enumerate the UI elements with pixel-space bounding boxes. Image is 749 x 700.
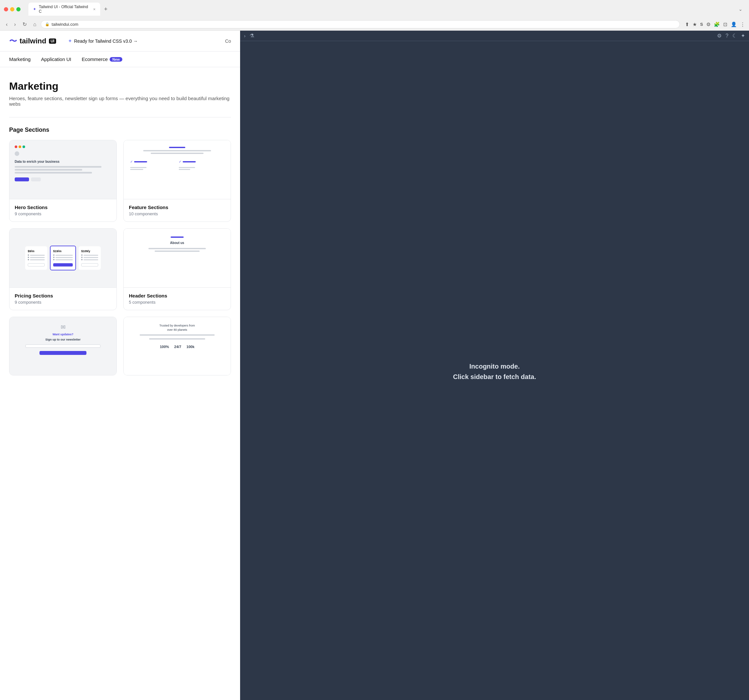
new-tab-button[interactable]: +: [101, 6, 110, 13]
stats-preview-content: Trusted by developers fromover 80 planet…: [124, 317, 231, 376]
dev-panel-help-icon[interactable]: ?: [726, 33, 728, 39]
feature-checks: ✓ ✓: [130, 160, 224, 170]
header-right: Co: [225, 38, 231, 44]
pricing-price-featured: $19/m: [53, 249, 73, 253]
preview-btns: [15, 177, 41, 181]
dev-panel-flask-icon[interactable]: ⚗: [249, 33, 254, 39]
pricing-lsm-2: [30, 257, 45, 258]
browser-collapse-icon[interactable]: ⌄: [738, 6, 743, 12]
extensions-s-icon[interactable]: S: [700, 22, 703, 27]
newsletter-tagline: Sign up to our newsletter: [45, 338, 81, 341]
pricing-lines-featured: [53, 254, 73, 260]
dev-panel-chevron-icon[interactable]: ›: [244, 33, 246, 38]
dev-panel-slack-icon[interactable]: ✦: [741, 33, 745, 39]
header-promo[interactable]: ✦ Ready for Tailwind CSS v3.0 →: [68, 38, 138, 44]
pricing-line-3: [28, 259, 45, 260]
pricing-dot-e2: [81, 257, 83, 258]
header-prev-sub-lines: [145, 248, 209, 252]
browser-tab[interactable]: ✦ Tailwind UI - Official Tailwind C ✕: [28, 3, 100, 16]
extensions-puzzle-icon[interactable]: ⚙: [706, 21, 711, 28]
pricing-dot-e1: [81, 254, 83, 256]
stats-nums: 100% 24/7 100k: [160, 345, 194, 349]
traffic-light-fullscreen[interactable]: [16, 7, 21, 11]
pricing-preview-content: $9/m: [9, 229, 116, 287]
feature-preview-content: ✓ ✓: [124, 140, 231, 199]
split-view-icon[interactable]: ⊡: [723, 21, 728, 28]
promo-star-icon: ✦: [68, 38, 72, 44]
profile-icon[interactable]: 👤: [731, 21, 737, 28]
traffic-light-close[interactable]: [4, 7, 8, 11]
tab-close-button[interactable]: ✕: [93, 8, 96, 11]
traffic-light-minimize[interactable]: [10, 7, 14, 11]
pricing-card-enterprise: $109/y: [79, 246, 101, 270]
pricing-dot-f2: [53, 257, 55, 258]
browser-nav-bar: ‹ › ↻ ⌂ 🔒 tailwindui.com ⬆ ★ S ⚙ 🧩 ⊡ 👤 ⋮: [0, 18, 749, 31]
feature-check-row-1: ✓: [130, 160, 176, 164]
card-pricing-sections-preview: $9/m: [9, 229, 116, 287]
dot-red: [15, 145, 17, 148]
pricing-line-e1: [81, 254, 98, 256]
nav-item-ecommerce-badge: New: [110, 57, 122, 62]
pricing-dot-1: [28, 254, 29, 256]
check-sub-line-2a: [179, 167, 195, 168]
card-pricing-sections[interactable]: $9/m: [9, 228, 117, 310]
pricing-price-enterprise: $109/y: [81, 249, 98, 253]
pricing-lsm-e3: [84, 259, 98, 260]
nav-item-marketing[interactable]: Marketing: [9, 52, 31, 67]
main-layout: 〜 tailwind UI ✦ Ready for Tailwind CSS v…: [0, 31, 749, 700]
forward-button[interactable]: ›: [12, 21, 18, 28]
pricing-card-featured: $19/m: [50, 246, 76, 271]
pricing-line-e2: [81, 257, 98, 258]
feature-title-line: [169, 147, 185, 148]
pricing-dot-f1: [53, 254, 55, 256]
bookmark-icon[interactable]: ★: [692, 21, 697, 28]
nav-item-ecommerce[interactable]: Ecommerce New: [81, 52, 122, 67]
dot-yellow: [18, 145, 21, 148]
card-hero-sections[interactable]: Data to enrich your business: [9, 140, 117, 222]
card-header-sections[interactable]: About us Header Sections 5 components: [123, 228, 231, 310]
feature-sub-line-1: [143, 150, 211, 151]
section-divider: [9, 117, 231, 118]
stats-line-2: [149, 338, 205, 339]
preview-circle: [15, 151, 19, 156]
dev-panel-right-icons: ⚙ ? ☾ ✦: [717, 33, 745, 39]
preview-btn-secondary: [31, 177, 41, 181]
check-line-2: [183, 161, 196, 162]
preview-line-1: [15, 166, 101, 168]
card-hero-sections-info: Hero Sections 9 components: [9, 199, 116, 222]
home-button[interactable]: ⌂: [31, 21, 38, 28]
site-logo[interactable]: 〜 tailwind UI: [9, 36, 56, 46]
card-feature-sections[interactable]: ✓ ✓: [123, 140, 231, 222]
incognito-line-1: Incognito mode.: [453, 361, 536, 371]
pricing-dot-e3: [81, 259, 83, 260]
pricing-dot-2: [28, 257, 29, 258]
website-content: 〜 tailwind UI ✦ Ready for Tailwind CSS v…: [0, 31, 240, 700]
pricing-lines-enterprise: [81, 254, 98, 260]
incognito-message: Incognito mode. Click sidebar to fetch d…: [453, 361, 536, 382]
reload-button[interactable]: ↻: [21, 21, 29, 28]
card-feature-sections-preview: ✓ ✓: [124, 140, 231, 199]
card-pricing-sections-title: Pricing Sections: [15, 293, 111, 298]
address-bar[interactable]: 🔒 tailwindui.com: [41, 20, 680, 28]
share-icon[interactable]: ⬆: [685, 21, 689, 28]
dev-panel-moon-icon[interactable]: ☾: [732, 33, 737, 39]
puzzle-icon[interactable]: 🧩: [714, 21, 720, 28]
back-button[interactable]: ‹: [4, 21, 9, 28]
dev-panel-settings-icon[interactable]: ⚙: [717, 33, 721, 39]
feature-check-row-2: ✓: [179, 160, 224, 164]
nav-item-application-ui[interactable]: Application UI: [41, 52, 72, 67]
pricing-line-e3: [81, 259, 98, 260]
menu-icon[interactable]: ⋮: [740, 21, 745, 28]
pricing-line-f1: [53, 254, 73, 256]
lock-icon: 🔒: [45, 22, 50, 26]
address-text: tailwindui.com: [52, 22, 78, 27]
pricing-dot-f3: [53, 259, 55, 260]
card-stats-sections[interactable]: Trusted by developers fromover 80 planet…: [123, 317, 231, 376]
preview-text: Data to enrich your business: [15, 160, 60, 164]
header-right-text: Co: [225, 38, 231, 44]
pricing-lines-basic: [28, 254, 45, 260]
card-newsletter-sections[interactable]: ✉ Want updates? Sign up to our newslette…: [9, 317, 117, 376]
preview-lines: [15, 166, 111, 174]
header-prev-sub-line-1: [148, 248, 206, 249]
dev-panel: › ⚗ ⚙ ? ☾ ✦ Incognito mode. Click sideba…: [240, 31, 749, 700]
